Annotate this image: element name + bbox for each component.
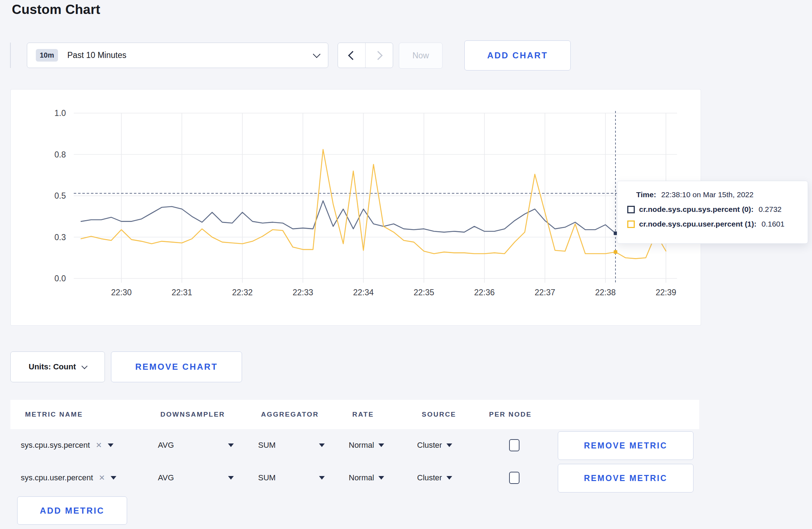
column-header-downsampler: DOWNSAMPLER <box>160 400 225 429</box>
page-title: Custom Chart <box>12 2 100 17</box>
remove-metric-button[interactable]: REMOVE METRIC <box>558 431 693 460</box>
custom-chart-page: Custom Chart 10m Past 10 Minutes Now ADD… <box>0 0 812 529</box>
column-header-metric-name: METRIC NAME <box>25 400 83 429</box>
x-axis-tick-label: 22:30 <box>111 288 132 297</box>
y-axis-tick-label: 0.3 <box>54 233 66 242</box>
metric-table-row: sys.cpu.sys.percent✕AVGSUMNormalClusterR… <box>10 431 699 460</box>
per-node-cell <box>509 463 519 492</box>
toolbar-left-divider <box>10 43 11 68</box>
add-chart-button[interactable]: ADD CHART <box>464 40 571 71</box>
tooltip-series-value: 0.2732 <box>759 205 782 214</box>
tooltip-series-row: cr.node.sys.cpu.sys.percent (0):0.2732 <box>627 205 798 214</box>
remove-chart-button[interactable]: REMOVE CHART <box>111 351 242 382</box>
tooltip-series-row: cr.node.sys.cpu.user.percent (1):0.1601 <box>627 220 798 228</box>
rate-value: Normal <box>349 441 374 450</box>
time-range-label: Past 10 Minutes <box>67 50 126 60</box>
dropdown-arrow-icon[interactable] <box>111 476 116 480</box>
rate-value: Normal <box>349 473 374 482</box>
dropdown-arrow-icon[interactable] <box>319 443 325 447</box>
aggregator-select[interactable]: SUM <box>258 463 325 492</box>
units-dropdown[interactable]: Units: Count <box>10 351 105 382</box>
metric-table-header: METRIC NAME DOWNSAMPLER AGGREGATOR RATE … <box>10 400 699 429</box>
aggregator-select[interactable]: SUM <box>258 431 325 460</box>
source-select[interactable]: Cluster <box>417 463 452 492</box>
series-swatch-icon <box>627 206 635 213</box>
close-icon[interactable]: ✕ <box>99 474 105 482</box>
x-axis-tick-label: 22:39 <box>656 288 676 297</box>
now-button[interactable]: Now <box>399 43 443 69</box>
tooltip-series-name: cr.node.sys.cpu.sys.percent (0): <box>639 205 754 214</box>
per-node-cell <box>509 431 519 460</box>
x-axis-tick-label: 22:36 <box>474 288 495 297</box>
time-nav-arrows <box>338 43 393 68</box>
chevron-down-icon <box>81 363 87 369</box>
column-header-aggregator: AGGREGATOR <box>261 400 319 429</box>
dropdown-arrow-icon[interactable] <box>378 476 384 480</box>
remove-metric-button[interactable]: REMOVE METRIC <box>558 464 693 492</box>
column-header-per-node: PER NODE <box>489 400 532 429</box>
source-value: Cluster <box>417 441 442 450</box>
column-header-source: SOURCE <box>422 400 456 429</box>
tooltip-series-rows: cr.node.sys.cpu.sys.percent (0):0.2732cr… <box>627 205 798 228</box>
x-axis-tick-label: 22:34 <box>353 288 374 297</box>
series-swatch-icon <box>627 220 635 228</box>
aggregator-value: SUM <box>258 473 276 482</box>
rate-select[interactable]: Normal <box>349 463 384 492</box>
source-value: Cluster <box>417 473 442 482</box>
x-axis-tick-label: 22:33 <box>293 288 313 297</box>
y-axis-tick-label: 0.8 <box>54 150 66 159</box>
downsampler-value: AVG <box>158 441 174 450</box>
column-header-rate: RATE <box>352 400 374 429</box>
close-icon[interactable]: ✕ <box>96 441 102 450</box>
time-range-dropdown[interactable]: 10m Past 10 Minutes <box>27 43 328 68</box>
downsampler-value: AVG <box>158 473 174 482</box>
chevron-left-icon <box>348 51 357 60</box>
chart-svg[interactable]: 1.00.80.50.30.022:3022:3122:3222:3322:34… <box>11 89 700 325</box>
dropdown-arrow-icon[interactable] <box>446 443 452 447</box>
chart-card: 1.00.80.50.30.022:3022:3122:3222:3322:34… <box>10 89 701 326</box>
tooltip-series-value: 0.1601 <box>762 220 784 228</box>
dropdown-arrow-icon[interactable] <box>319 476 325 480</box>
downsampler-select[interactable]: AVG <box>158 431 234 460</box>
dropdown-arrow-icon[interactable] <box>378 443 384 447</box>
y-axis-tick-label: 1.0 <box>54 108 66 118</box>
downsampler-select[interactable]: AVG <box>158 463 234 492</box>
dropdown-arrow-icon[interactable] <box>228 476 234 480</box>
time-range-badge: 10m <box>36 49 58 62</box>
dropdown-arrow-icon[interactable] <box>228 443 234 447</box>
x-axis-tick-label: 22:38 <box>595 288 616 297</box>
chart-tooltip: Time:22:38:10 on Mar 15th, 2022 cr.node.… <box>617 181 808 244</box>
tooltip-time-row: Time:22:38:10 on Mar 15th, 2022 <box>636 190 798 199</box>
tooltip-series-name: cr.node.sys.cpu.user.percent (1): <box>639 220 757 228</box>
source-select[interactable]: Cluster <box>417 431 452 460</box>
hover-point-marker <box>614 250 617 254</box>
x-axis-tick-label: 22:31 <box>171 288 192 297</box>
metric-name-label: sys.cpu.user.percent <box>21 473 93 482</box>
time-back-button[interactable] <box>338 43 365 68</box>
rate-select[interactable]: Normal <box>349 431 384 460</box>
units-label: Units: Count <box>29 362 76 372</box>
chevron-down-icon <box>313 50 320 58</box>
x-axis-tick-label: 22:35 <box>414 288 434 297</box>
add-metric-button[interactable]: ADD METRIC <box>17 496 127 525</box>
tooltip-time-label: Time: <box>636 190 656 199</box>
series-line <box>81 201 666 236</box>
metric-name-label: sys.cpu.sys.percent <box>21 441 90 450</box>
per-node-checkbox[interactable] <box>509 472 519 484</box>
metric-name-select[interactable]: sys.cpu.user.percent✕ <box>21 463 116 492</box>
y-axis-tick-label: 0.5 <box>54 191 66 200</box>
x-axis-tick-label: 22:32 <box>232 288 253 297</box>
time-forward-button[interactable] <box>365 43 393 68</box>
tooltip-time-value: 22:38:10 on Mar 15th, 2022 <box>661 190 754 199</box>
dropdown-arrow-icon[interactable] <box>108 443 113 447</box>
aggregator-value: SUM <box>258 441 276 450</box>
per-node-checkbox[interactable] <box>509 439 519 451</box>
series-line <box>81 150 666 259</box>
dropdown-arrow-icon[interactable] <box>446 476 452 480</box>
y-axis-tick-label: 0.0 <box>54 274 66 283</box>
metric-table-row: sys.cpu.user.percent✕AVGSUMNormalCluster… <box>10 463 699 492</box>
metric-name-select[interactable]: sys.cpu.sys.percent✕ <box>21 431 113 460</box>
chevron-right-icon <box>373 51 382 60</box>
x-axis-tick-label: 22:37 <box>535 288 555 297</box>
